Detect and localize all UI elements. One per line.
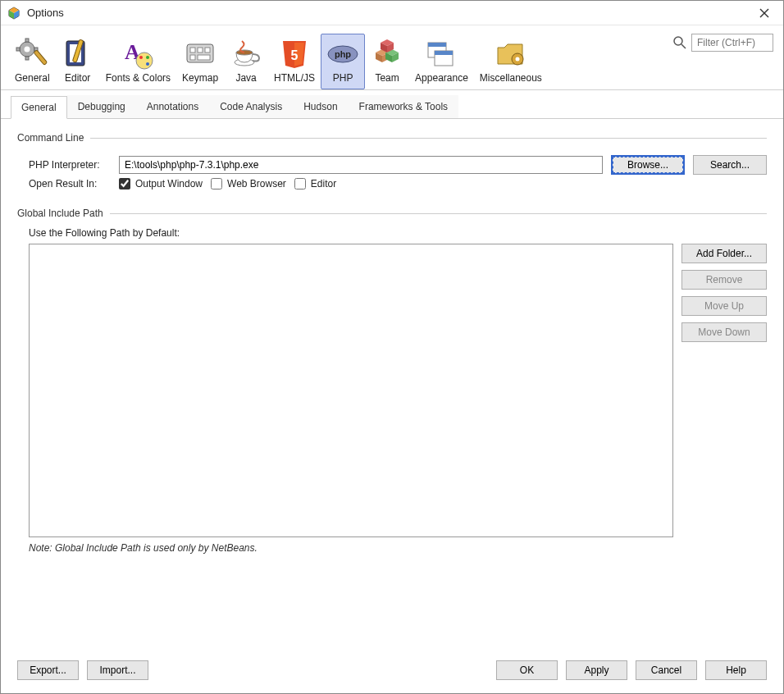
include-path-legend: Global Include Path (17, 208, 110, 219)
svg-rect-22 (190, 48, 195, 53)
include-path-note: Note: Global Include Path is used only b… (29, 542, 767, 554)
svg-rect-44 (435, 51, 453, 55)
command-line-group: Command Line PHP Interpreter: Browse... … (17, 132, 767, 196)
keyboard-icon (184, 38, 217, 71)
filter-input[interactable] (691, 34, 773, 52)
web-browser-checkbox[interactable] (211, 178, 222, 189)
svg-rect-12 (34, 50, 48, 66)
svg-point-19 (146, 56, 149, 59)
svg-text:5: 5 (291, 48, 299, 62)
tab-debugging[interactable]: Debugging (67, 95, 136, 118)
search-button[interactable]: Search... (693, 155, 767, 175)
browse-button[interactable]: Browse... (611, 155, 685, 175)
folder-gear-icon (495, 38, 527, 71)
svg-rect-8 (25, 39, 29, 42)
include-path-body: Add Folder... Remove Move Up Move Down (29, 244, 767, 537)
html5-icon: 5 (278, 38, 311, 71)
open-result-row: Open Result In: Output Window Web Browse… (29, 178, 767, 189)
svg-point-17 (136, 53, 153, 69)
tab-hudson[interactable]: Hudson (293, 95, 348, 118)
content-panel: Command Line PHP Interpreter: Browse... … (1, 119, 783, 651)
tab-general[interactable]: General (11, 96, 67, 119)
svg-point-46 (515, 57, 519, 62)
close-icon (759, 8, 769, 18)
tab-annotations[interactable]: Annotations (136, 95, 209, 118)
editor-checkbox[interactable] (294, 178, 306, 189)
svg-point-20 (146, 62, 149, 66)
import-button[interactable]: Import... (87, 660, 148, 680)
apply-button[interactable]: Apply (566, 660, 627, 680)
category-java[interactable]: Java (224, 34, 268, 89)
move-up-button[interactable]: Move Up (681, 296, 767, 316)
gear-wrench-icon (16, 38, 48, 71)
windows-icon (425, 38, 458, 71)
output-window-check[interactable]: Output Window (119, 178, 203, 189)
category-html-js[interactable]: 5 HTML/JS (268, 34, 321, 89)
category-fonts-colors[interactable]: A Fonts & Colors (100, 34, 176, 89)
category-miscellaneous[interactable]: Miscellaneous (474, 34, 548, 89)
svg-line-48 (681, 44, 686, 48)
category-toolbar: General Editor A Fonts & Colors Keymap (1, 25, 783, 90)
letter-palette-icon: A (121, 38, 154, 71)
svg-text:php: php (335, 49, 351, 59)
category-keymap[interactable]: Keymap (176, 34, 224, 89)
move-down-button[interactable]: Move Down (681, 322, 767, 342)
include-path-buttons: Add Folder... Remove Move Up Move Down (681, 244, 767, 537)
window-title: Options (27, 7, 752, 19)
search-icon (673, 36, 686, 49)
footer: Export... Import... OK Apply Cancel Help (1, 651, 783, 693)
web-browser-check[interactable]: Web Browser (211, 178, 286, 189)
add-folder-button[interactable]: Add Folder... (681, 244, 767, 263)
svg-rect-9 (25, 57, 29, 60)
svg-rect-25 (190, 55, 195, 60)
category-items: General Editor A Fonts & Colors Keymap (9, 34, 548, 89)
java-cup-icon (230, 38, 262, 71)
php-icon: php (326, 38, 359, 71)
svg-rect-10 (16, 48, 20, 51)
subtabs: General Debugging Annotations Code Analy… (1, 95, 783, 119)
tab-frameworks-tools[interactable]: Frameworks & Tools (349, 95, 458, 118)
cubes-icon (371, 38, 403, 71)
svg-rect-26 (198, 55, 210, 60)
options-window: Options General Editor A F (0, 0, 784, 694)
include-path-group: Global Include Path Use the Following Pa… (17, 208, 767, 626)
interpreter-row: PHP Interpreter: Browse... Search... (29, 155, 767, 175)
svg-point-47 (674, 37, 682, 45)
tab-code-analysis[interactable]: Code Analysis (209, 95, 293, 118)
svg-point-7 (25, 47, 30, 53)
book-pencil-icon (62, 38, 94, 71)
command-line-legend: Command Line (17, 132, 90, 144)
open-result-label: Open Result In: (29, 178, 111, 189)
include-path-list[interactable] (29, 244, 673, 537)
category-php[interactable]: php PHP (321, 34, 365, 89)
ok-button[interactable]: OK (496, 660, 558, 680)
category-team[interactable]: Team (365, 34, 409, 89)
svg-rect-42 (428, 43, 446, 47)
filter-area (673, 34, 773, 52)
svg-point-18 (139, 56, 143, 59)
help-button[interactable]: Help (705, 660, 767, 680)
use-path-label: Use the Following Path by Default: (29, 227, 767, 239)
titlebar: Options (1, 1, 783, 25)
editor-check[interactable]: Editor (294, 178, 336, 189)
svg-rect-24 (205, 48, 210, 53)
app-logo-icon (7, 7, 21, 20)
interpreter-input[interactable] (119, 156, 603, 174)
remove-button[interactable]: Remove (681, 270, 767, 290)
category-general[interactable]: General (9, 34, 56, 89)
export-button[interactable]: Export... (17, 660, 79, 680)
category-appearance[interactable]: Appearance (409, 34, 474, 89)
category-editor[interactable]: Editor (56, 34, 100, 89)
cancel-button[interactable]: Cancel (636, 660, 697, 680)
output-window-checkbox[interactable] (119, 178, 130, 189)
interpreter-label: PHP Interpreter: (29, 159, 111, 171)
close-button[interactable] (752, 1, 777, 25)
svg-rect-23 (198, 48, 203, 53)
